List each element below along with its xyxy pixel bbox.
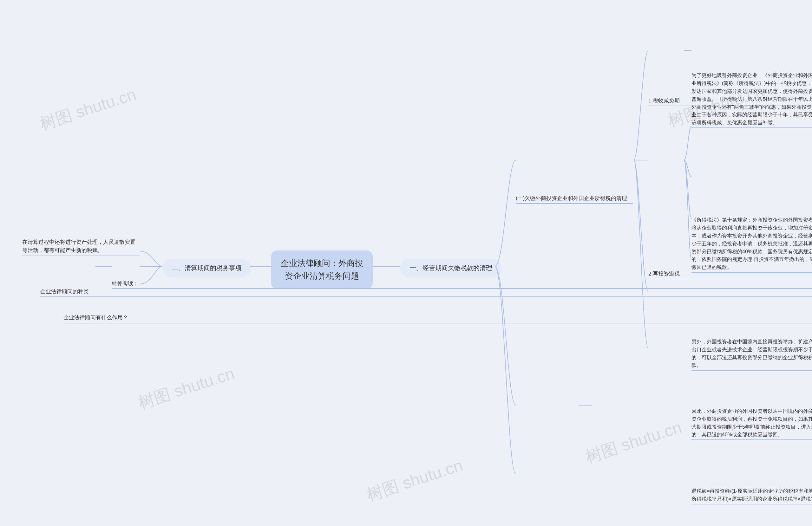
left-leaf-3-text: 企业法律顾问有什么作用？ — [63, 315, 128, 321]
left-leaf-2-label[interactable]: 延伸阅读： — [112, 279, 812, 288]
left-leaf-2-what[interactable]: 企业法律顾问的种类 — [40, 288, 812, 296]
watermark: 树图 shutu.cn — [364, 454, 466, 506]
left-leaf-2-label-text: 延伸阅读： — [112, 280, 139, 286]
r1-s2-p1[interactable]: 《所得税法》第十条规定：外商投资企业的外国投资者，将从企业取得的利润直接再投资于… — [692, 216, 812, 272]
branch-left-label: 二、清算期间的税务事项 — [172, 264, 242, 272]
r1-title-text: (一)欠缴外商投资企业和外国企业所得税的清理 — [516, 195, 627, 201]
branch-left[interactable]: 二、清算期间的税务事项 — [162, 259, 251, 277]
r1-s2-p2-text: 另外，外国投资者在中国境内直接再投资举办、扩建产品出口企业或者先进技术企业，经营… — [692, 339, 812, 368]
left-leaf-2-what-text: 企业法律顾问的种类 — [40, 289, 89, 294]
left-leaf-3[interactable]: 企业法律顾问有什么作用？ — [63, 313, 812, 322]
watermark: 树图 shutu.cn — [135, 362, 237, 414]
root-label: 企业法律顾问：外商投资企业清算税务问题 — [281, 259, 363, 281]
r1-s1-title-text: 1.税收减免期 — [648, 98, 680, 104]
r1-s1-body[interactable]: 为了更好地吸引外商投资企业，《外商投资企业和外国企业所得税法》(简称《所得税法》… — [692, 72, 812, 127]
r1-s2-p4-text: 退税额=再投资额/(1-原实际适用的企业所的税税率和地方所得税税率只和)×原实际… — [692, 488, 812, 501]
r1-s2-p1-text: 《所得税法》第十条规定：外商投资企业的外国投资者，将从企业取得的利润直接再投资于… — [692, 217, 812, 270]
r1-s1-body-text: 为了更好地吸引外商投资企业，《外商投资企业和外国企业所得税法》(简称《所得税法》… — [692, 73, 812, 125]
r1-s2-title-text: 2.再投资退税 — [648, 271, 680, 277]
watermark: 树图 shutu.cn — [37, 83, 139, 135]
r1-s2-p2[interactable]: 另外，外国投资者在中国境内直接再投资举办、扩建产品出口企业或者先进技术企业，经营… — [692, 338, 812, 369]
watermark: 树图 shutu.cn — [583, 416, 684, 468]
branch-right-label: 一、经营期间欠缴税款的清理 — [410, 264, 492, 272]
branch-right[interactable]: 一、经营期间欠缴税款的清理 — [400, 259, 502, 277]
r1-s2-p3[interactable]: 因此，外商投资企业的外国投资者以从中国境内的外商投资企业取得的税后利润，再投资于… — [692, 407, 812, 439]
r1-s2-p4[interactable]: 退税额=再投资额/(1-原实际适用的企业所的税税率和地方所得税税率只和)×原实际… — [692, 487, 812, 503]
left-leaf-1[interactable]: 在清算过程中还将进行资产处理，人员遣散安置等活动，都有可能产生新的税赋。 — [22, 238, 140, 255]
left-leaf-1-text: 在清算过程中还将进行资产处理，人员遣散安置等活动，都有可能产生新的税赋。 — [22, 239, 135, 253]
r1-s2-p3-text: 因此，外商投资企业的外国投资者以从中国境内的外商投资企业取得的税后利润，再投资于… — [692, 408, 812, 437]
r1-title[interactable]: (一)欠缴外商投资企业和外国企业所得税的清理 — [516, 194, 633, 203]
